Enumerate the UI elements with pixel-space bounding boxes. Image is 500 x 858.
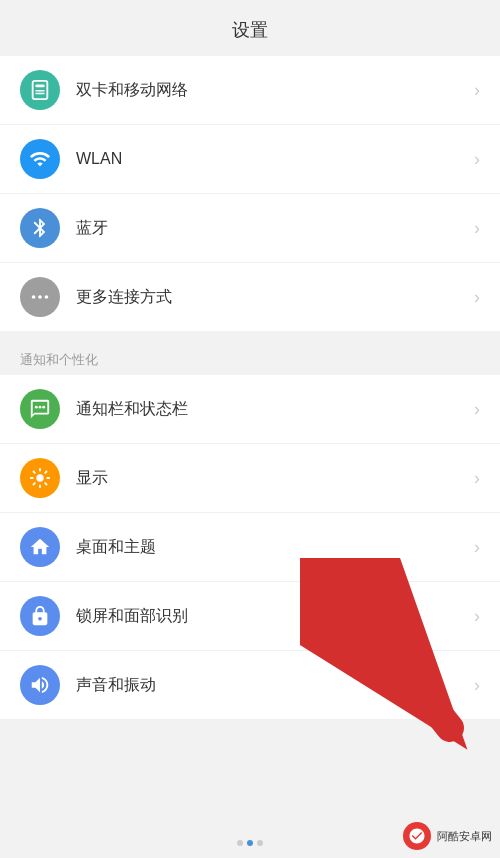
wifi-icon: [20, 139, 60, 179]
sidebar-item-sound[interactable]: 声音和振动 ›: [0, 651, 500, 719]
display-icon: [20, 458, 60, 498]
dual-sim-label: 双卡和移动网络: [76, 80, 474, 101]
dual-sim-icon: [20, 70, 60, 110]
wlan-label: WLAN: [76, 150, 474, 168]
notification-label: 通知栏和状态栏: [76, 399, 474, 420]
bluetooth-chevron: ›: [474, 218, 480, 239]
lock-screen-chevron: ›: [474, 606, 480, 627]
desktop-theme-label: 桌面和主题: [76, 537, 474, 558]
sound-chevron: ›: [474, 675, 480, 696]
sidebar-item-lock-screen[interactable]: 锁屏和面部识别 ›: [0, 582, 500, 651]
watermark-text: 阿酷安卓网: [437, 829, 492, 844]
sidebar-item-desktop-theme[interactable]: 桌面和主题 ›: [0, 513, 500, 582]
svg-point-10: [36, 474, 43, 481]
sidebar-item-notification[interactable]: 通知栏和状态栏 ›: [0, 375, 500, 444]
svg-point-4: [32, 295, 36, 299]
watermark-logo: [403, 822, 431, 850]
svg-point-9: [42, 406, 45, 409]
pagination-dots: [237, 840, 263, 846]
more-connections-chevron: ›: [474, 287, 480, 308]
dot-1: [237, 840, 243, 846]
lock-screen-label: 锁屏和面部识别: [76, 606, 474, 627]
desktop-theme-chevron: ›: [474, 537, 480, 558]
dot-3: [257, 840, 263, 846]
sidebar-item-display[interactable]: 显示 ›: [0, 444, 500, 513]
bluetooth-label: 蓝牙: [76, 218, 474, 239]
home-icon: [20, 527, 60, 567]
svg-point-6: [45, 295, 49, 299]
sound-label: 声音和振动: [76, 675, 474, 696]
lock-icon: [20, 596, 60, 636]
personalization-section-label: 通知和个性化: [0, 341, 500, 375]
display-chevron: ›: [474, 468, 480, 489]
sidebar-item-wlan[interactable]: WLAN ›: [0, 125, 500, 194]
svg-point-5: [38, 295, 42, 299]
svg-point-7: [35, 406, 38, 409]
notification-chevron: ›: [474, 399, 480, 420]
svg-rect-1: [35, 85, 44, 88]
dual-sim-chevron: ›: [474, 80, 480, 101]
personalization-group: 通知栏和状态栏 › 显示 › 桌面和主题 › 锁屏和面部识别 ›: [0, 375, 500, 719]
notification-icon: [20, 389, 60, 429]
watermark: 阿酷安卓网: [403, 822, 492, 850]
display-label: 显示: [76, 468, 474, 489]
sidebar-item-dual-sim[interactable]: 双卡和移动网络 ›: [0, 56, 500, 125]
svg-rect-2: [35, 90, 44, 91]
more-connections-label: 更多连接方式: [76, 287, 474, 308]
bluetooth-icon: [20, 208, 60, 248]
more-connections-icon: [20, 277, 60, 317]
svg-point-8: [39, 406, 42, 409]
connectivity-group: 双卡和移动网络 › WLAN › 蓝牙 ›: [0, 56, 500, 331]
wlan-chevron: ›: [474, 149, 480, 170]
svg-rect-3: [35, 93, 44, 94]
sidebar-item-more-connections[interactable]: 更多连接方式 ›: [0, 263, 500, 331]
page-title: 设置: [0, 0, 500, 56]
dot-2: [247, 840, 253, 846]
sound-icon: [20, 665, 60, 705]
sidebar-item-bluetooth[interactable]: 蓝牙 ›: [0, 194, 500, 263]
